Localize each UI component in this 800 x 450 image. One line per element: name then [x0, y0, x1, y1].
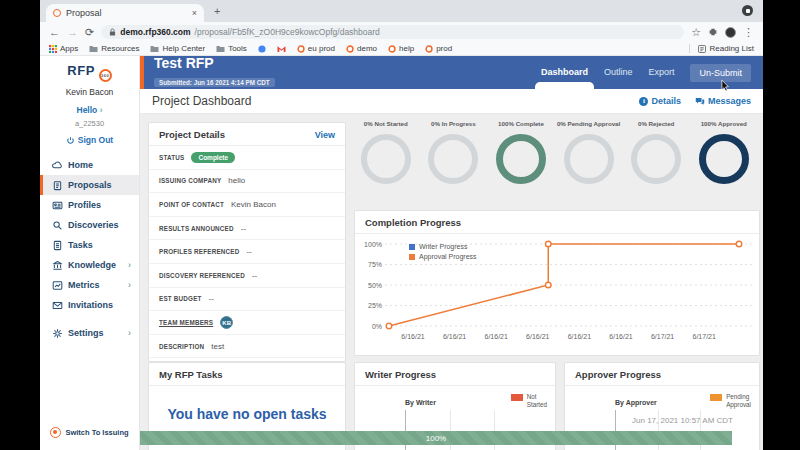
bookmark-item[interactable]	[258, 45, 266, 53]
sidebar-item-knowledge[interactable]: Knowledge›	[40, 255, 139, 275]
bookmark-item[interactable]: Resources	[89, 44, 139, 53]
tab-close-icon[interactable]: ×	[192, 8, 197, 18]
detail-label: PROFILES REFERENCED	[159, 248, 239, 255]
bookmarks-bar: AppsResourcesHelp CenterToolseu proddemo…	[40, 42, 763, 56]
tasks-icon	[52, 240, 63, 251]
bookmark-item[interactable]: Apps	[49, 44, 78, 53]
sidebar-item-metrics[interactable]: Metrics›	[40, 275, 139, 295]
not-started-label: NotStarted	[527, 393, 547, 409]
sign-out-button[interactable]: Sign Out	[40, 135, 139, 145]
svg-text:100%: 100%	[364, 241, 382, 248]
bookmark-item[interactable]	[277, 45, 286, 53]
folder-icon	[150, 45, 159, 53]
bookmark-item[interactable]: prod	[425, 44, 452, 53]
progress-ring: 0% In Progress	[420, 120, 488, 184]
details-button[interactable]: i Details	[639, 96, 681, 106]
un-submit-button[interactable]: Un-Submit	[690, 64, 751, 82]
knowledge-icon	[52, 260, 63, 271]
detail-row: POINT OF CONTACTKevin Bacon	[149, 193, 345, 217]
bookmark-star-icon[interactable]: ☆	[691, 27, 701, 38]
detail-value: Kevin Bacon	[231, 200, 276, 209]
reload-button-icon[interactable]: ⟳	[85, 27, 94, 38]
header-tab-outline[interactable]: Outline	[604, 56, 633, 89]
chart-legend: Writer ProgressApproval Progress	[409, 243, 477, 263]
mouse-cursor-icon	[721, 80, 730, 92]
progress-ring: 100% Complete	[487, 120, 555, 184]
sidebar-item-home[interactable]: Home	[40, 155, 139, 175]
messages-button[interactable]: Messages	[695, 96, 751, 106]
svg-text:6/16/21: 6/16/21	[401, 333, 424, 340]
proposals-icon	[52, 180, 63, 191]
reading-list-button[interactable]: Reading List	[689, 44, 754, 53]
reading-list-icon	[698, 45, 706, 53]
detail-row: TEAM MEMBERSKB	[149, 311, 345, 335]
tab-title: Proposal	[66, 8, 187, 18]
progress-ring: 100% Approved	[690, 120, 758, 184]
rfp-favicon	[425, 45, 433, 53]
detail-row: PROFILES REFERENCED--	[149, 240, 345, 264]
ring-label: 0% Pending Approval	[557, 120, 620, 127]
svg-text:6/17/21: 6/17/21	[651, 333, 674, 340]
issuing-target-icon	[50, 427, 61, 438]
ring-label: 100% Complete	[498, 120, 544, 127]
svg-text:0%: 0%	[372, 323, 382, 330]
hello-link[interactable]: Hello ›	[40, 105, 139, 115]
bookmark-item[interactable]: eu prod	[297, 44, 335, 53]
header-tab-dashboard[interactable]: Dashboard	[541, 56, 588, 89]
account-id: a_22530	[40, 119, 139, 128]
back-button-icon[interactable]: ←	[49, 27, 60, 38]
view-link[interactable]: View	[315, 130, 335, 140]
extensions-icon[interactable]	[708, 27, 718, 37]
project-details-card: Project Details View STATUSCompleteISSUI…	[148, 122, 346, 362]
detail-label: STATUS	[159, 154, 184, 161]
ring-circle	[428, 134, 478, 184]
detail-value: test	[211, 342, 224, 351]
ring-circle	[564, 134, 614, 184]
detail-row: DESCRIPTIONtest	[149, 335, 345, 359]
new-tab-button[interactable]: +	[214, 5, 220, 17]
user-name: Kevin Bacon	[40, 87, 139, 97]
profile-avatar[interactable]	[725, 27, 736, 38]
discoveries-icon	[52, 220, 63, 231]
svg-text:6/16/21: 6/16/21	[485, 333, 508, 340]
detail-row: DISCOVERY REFERENCED--	[149, 264, 345, 288]
url-domain: demo.rfp360.com	[120, 27, 190, 37]
info-icon: i	[639, 97, 648, 106]
page-bar: Project Dashboard i Details Messages	[140, 89, 763, 114]
detail-label: EST BUDGET	[159, 295, 202, 302]
header-tab-export[interactable]: Export	[648, 56, 674, 89]
tab-strip: Proposal × +	[40, 0, 763, 22]
sidebar-item-tasks[interactable]: Tasks	[40, 235, 139, 255]
sidebar-item-invitations[interactable]: Invitations	[40, 295, 139, 315]
rfp360-favicon-icon	[53, 9, 61, 17]
legend-item: Writer Progress	[409, 243, 477, 250]
legend-swatch	[409, 254, 415, 260]
bookmark-item[interactable]: help	[388, 44, 414, 53]
profiles-icon	[52, 200, 63, 211]
sidebar-item-settings[interactable]: Settings›	[40, 323, 139, 343]
browser-tab[interactable]: Proposal ×	[46, 4, 204, 22]
switch-to-issuing-button[interactable]: Switch To Issuing	[40, 427, 139, 438]
lock-icon	[109, 28, 116, 36]
sidebar-item-proposals[interactable]: Proposals	[40, 175, 139, 195]
pending-approval-label: PendingApproval	[726, 393, 751, 409]
home-icon	[52, 160, 63, 171]
url-bar[interactable]: demo.rfp360.com/proposal/Fb5fK_zO0H9ce9k…	[101, 25, 684, 39]
team-member-avatar[interactable]: KB	[220, 316, 233, 329]
svg-text:6/16/21: 6/16/21	[443, 333, 466, 340]
bookmark-item[interactable]: Help Center	[150, 44, 205, 53]
url-path: /proposal/Fb5fK_zO0H9ce9kowcOpfg/dashboa…	[195, 27, 380, 37]
apps-grid-icon	[49, 45, 57, 53]
bookmark-item[interactable]: demo	[346, 44, 377, 53]
forward-button-icon[interactable]: →	[67, 27, 78, 38]
metrics-icon	[52, 280, 63, 291]
submitted-badge: Submitted: Jun 16 2021 4:14 PM CDT	[154, 78, 275, 87]
bookmark-item[interactable]: Tools	[216, 44, 247, 53]
browser-menu-icon[interactable]: ⋮	[743, 27, 754, 38]
sidebar-item-discoveries[interactable]: Discoveries	[40, 215, 139, 235]
detail-row: EST BUDGET--	[149, 288, 345, 312]
ring-label: 0% Not Started	[364, 120, 408, 127]
invitations-icon	[52, 300, 63, 311]
detail-label: RESULTS ANNOUNCED	[159, 225, 234, 232]
sidebar-item-profiles[interactable]: Profiles	[40, 195, 139, 215]
